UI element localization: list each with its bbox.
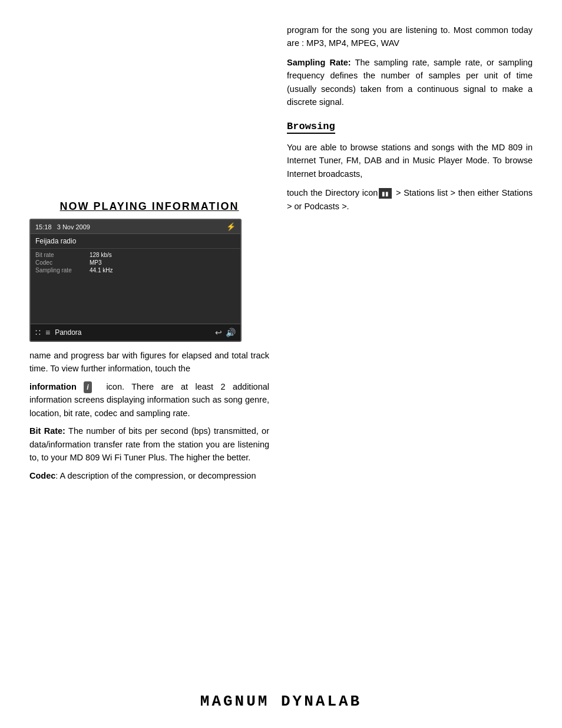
brand-footer: Magnum Dynalab	[0, 681, 562, 728]
page: NOW PLAYING INFORMATION 15:18 3 Nov 2009…	[0, 0, 562, 728]
sampling-rate-para: Sampling Rate: The sampling rate, sample…	[287, 56, 533, 109]
section-heading: NOW PLAYING INFORMATION	[29, 200, 269, 213]
device-body	[31, 276, 240, 324]
sampling-rate-term: Sampling Rate:	[287, 58, 351, 67]
right-column: program for the song you are listening t…	[281, 24, 533, 669]
stations-label-2: Stations	[502, 188, 533, 197]
device-footer: ∷ ≡ Pandora ↩ 🔊	[31, 324, 240, 341]
codec-label: Codec	[35, 259, 88, 266]
bitrate-label: Bit rate	[35, 252, 88, 258]
bitrate-value: 128 kb/s	[90, 252, 236, 258]
menu-icon[interactable]: ≡	[45, 328, 50, 337]
content-area: NOW PLAYING INFORMATION 15:18 3 Nov 2009…	[0, 0, 562, 681]
footer-left: ∷ ≡ Pandora	[35, 328, 82, 337]
device-header: 15:18 3 Nov 2009 ⚡	[31, 220, 240, 234]
browsing-instruction: touch the Directory icon▮▮ > Stations li…	[287, 186, 533, 213]
footer-icons: ↩ 🔊	[215, 328, 236, 337]
left-body-text: name and progress bar with figures for e…	[29, 349, 269, 482]
codec-value: MP3	[90, 259, 236, 266]
dots-icon[interactable]: ∷	[35, 328, 41, 337]
codec-definition: A description of the compression, or dec…	[60, 471, 256, 480]
device-screen: 15:18 3 Nov 2009 ⚡ Feijada radio Bit rat…	[29, 219, 242, 342]
volume-icon[interactable]: 🔊	[226, 328, 236, 337]
directory-label: Directory	[325, 188, 359, 197]
right-top-para: program for the song you are listening t…	[287, 24, 533, 50]
sampling-value: 44.1 kHz	[90, 267, 236, 274]
directory-icon: ▮▮	[379, 188, 392, 199]
device-time-date: 15:18 3 Nov 2009	[35, 223, 90, 230]
codec-term: Codec	[29, 471, 55, 480]
info-term: information	[29, 382, 77, 391]
back-icon[interactable]: ↩	[215, 328, 222, 337]
info-icon: i	[84, 381, 91, 394]
browsing-intro: You are able to browse stations and song…	[287, 141, 533, 180]
station-label: Pandora	[55, 328, 81, 337]
left-column: NOW PLAYING INFORMATION 15:18 3 Nov 2009…	[29, 24, 281, 669]
bitrate-term: Bit Rate:	[29, 426, 65, 436]
podcasts-label: Podcasts	[304, 202, 339, 211]
browsing-section: Browsing You are able to browse stations…	[287, 115, 533, 213]
stations-label-1: Stations	[404, 188, 434, 197]
device-info-grid: Bit rate 128 kb/s Codec MP3 Sampling rat…	[31, 249, 240, 276]
codec-colon: :	[55, 471, 58, 480]
browsing-heading: Browsing	[287, 121, 335, 134]
battery-icon: ⚡	[226, 222, 236, 231]
sampling-label: Sampling rate	[35, 267, 88, 274]
bitrate-definition: The number of bits per second (bps) tran…	[29, 426, 269, 462]
device-station-name: Feijada radio	[31, 234, 240, 249]
